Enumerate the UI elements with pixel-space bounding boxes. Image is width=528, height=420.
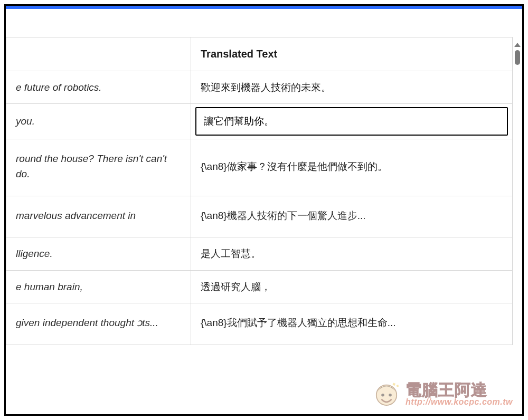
column-header-source [6, 37, 191, 71]
translated-text-cell[interactable]: 讓它們幫助你。 [191, 104, 513, 139]
column-header-translated: Translated Text [191, 37, 513, 71]
translated-text-cell[interactable]: {\an8}機器人技術的下一個驚人進步... [191, 196, 513, 237]
source-text-cell[interactable]: you. [6, 104, 191, 139]
translated-text-cell[interactable]: {\an8}我們賦予了機器人獨立的思想和生命... [191, 303, 513, 345]
translated-text-cell[interactable]: 透過研究人腦， [191, 270, 513, 303]
top-accent-bar [6, 6, 522, 9]
source-text-cell[interactable]: round the house? There isn't can't do. [6, 139, 191, 196]
source-text-cell[interactable]: e future of robotics. [6, 71, 191, 104]
table-row: e human brain,透過研究人腦， [6, 270, 513, 303]
table-row: round the house? There isn't can't do.{\… [6, 139, 513, 196]
source-text-cell[interactable]: e human brain, [6, 270, 191, 303]
source-text-cell[interactable]: given independent thought ɔts... [6, 303, 191, 345]
scroll-up-arrow-icon[interactable] [514, 43, 521, 47]
table-viewport: Translated Text e future of robotics.歡迎來… [6, 11, 513, 414]
translation-table: Translated Text e future of robotics.歡迎來… [6, 37, 513, 345]
translated-text-cell[interactable]: 是人工智慧。 [191, 237, 513, 270]
scroll-thumb[interactable] [515, 50, 520, 65]
source-text-cell[interactable]: lligence. [6, 237, 191, 270]
translated-text-input[interactable]: 讓它們幫助你。 [195, 107, 508, 135]
table-row: e future of robotics.歡迎來到機器人技術的未來。 [6, 71, 513, 104]
table-row: you.讓它們幫助你。 [6, 104, 513, 139]
translated-text-cell[interactable]: {\an8}做家事？沒有什麼是他們做不到的。 [191, 139, 513, 196]
translated-text-cell[interactable]: 歡迎來到機器人技術的未來。 [191, 71, 513, 104]
source-text-cell[interactable]: marvelous advancement in [6, 196, 191, 237]
table-row: lligence.是人工智慧。 [6, 237, 513, 270]
table-row: given independent thought ɔts...{\an8}我們… [6, 303, 513, 345]
table-row: marvelous advancement in{\an8}機器人技術的下一個驚… [6, 196, 513, 237]
vertical-scrollbar[interactable] [514, 43, 521, 412]
